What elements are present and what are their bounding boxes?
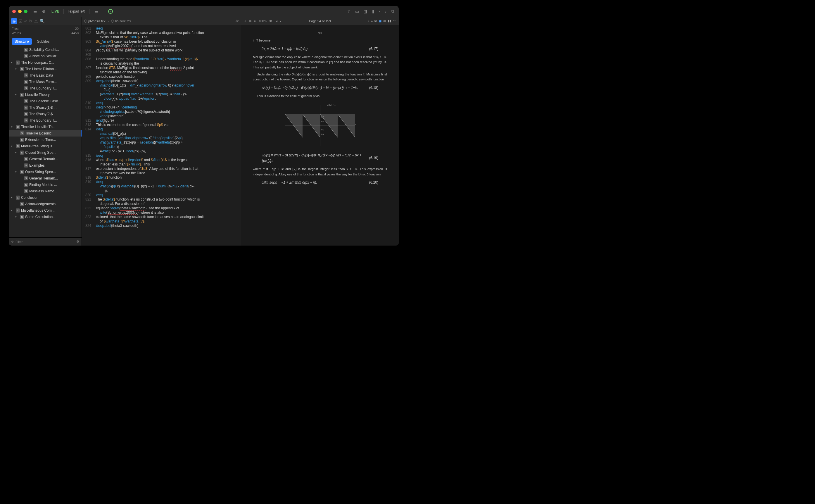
files-count: 20 — [75, 27, 79, 30]
presentation-icon[interactable]: ▭ — [383, 19, 386, 23]
equation-6.18: 𝒟₁(x) = lim(ε→0) (ε/2π) · ϑ′₁(z|τ)/ϑ₁(z|… — [262, 85, 378, 91]
zoom-light[interactable] — [24, 10, 27, 13]
sync-icon[interactable]: ▣ — [379, 19, 381, 23]
tree-label: The Bosonic Case — [29, 99, 58, 103]
tree-item[interactable]: ▾CThe Noncompact C... — [9, 59, 82, 66]
tree-item[interactable]: SThe Boundary T... — [9, 117, 82, 124]
layout-single-icon[interactable]: ▭ — [354, 8, 360, 15]
next-page-icon[interactable]: » — [371, 19, 373, 23]
section-badge: S — [24, 157, 28, 161]
tree-item[interactable]: ▾SOpen String Spec... — [9, 169, 82, 175]
files-label: Files — [12, 27, 18, 30]
caret-icon: ▾ — [15, 215, 19, 218]
share-icon[interactable]: ⇧ — [346, 8, 352, 15]
nav-back-icon[interactable]: ‹ — [378, 8, 382, 15]
math-snippet-icon[interactable]: √x — [235, 19, 239, 23]
tree-item[interactable]: ▾CModuli-free String B... — [9, 143, 82, 149]
zoom-in-icon[interactable]: ⊕ — [269, 19, 272, 23]
section-badge: S — [24, 183, 28, 187]
prev-icon[interactable]: ‹ — [280, 19, 281, 23]
traffic-lights — [12, 10, 27, 13]
tree-label: Closed String Spe... — [25, 151, 56, 155]
tree-item[interactable]: SA Note on Similar ... — [9, 53, 82, 59]
export-icon[interactable]: ⧉ — [374, 19, 377, 23]
prev-page-icon[interactable]: « — [276, 19, 278, 23]
caret-icon: ▾ — [11, 145, 15, 148]
tree-item[interactable]: SThe Mass Form... — [9, 79, 82, 85]
layout-split-icon[interactable]: ◨ — [362, 8, 369, 15]
gear-icon[interactable]: ⚙ — [41, 8, 47, 15]
engine-label[interactable]: TexpadTeX — [68, 9, 85, 13]
loop-icon[interactable]: ↻ — [29, 19, 32, 23]
pause-icon[interactable]: ▮▮ — [388, 19, 391, 23]
nav-forward-icon[interactable]: › — [384, 8, 388, 15]
tree-item[interactable]: ▾SThe Linear Dilaton... — [9, 66, 82, 72]
link-icon[interactable]: ∞ — [24, 19, 27, 23]
build-ok-icon[interactable]: ✓ — [108, 9, 113, 14]
tab-structure[interactable]: Structure — [12, 38, 32, 45]
section-badge: S — [20, 67, 24, 71]
live-indicator: LIVE — [51, 9, 59, 13]
tree-item[interactable]: SThe $\susy{2}$ ... — [9, 111, 82, 117]
warning-icon[interactable]: ⚠ — [34, 19, 38, 23]
sliders-icon[interactable]: ⚌ — [94, 8, 100, 15]
tree-item[interactable]: SThe Bosonic Case — [9, 98, 82, 104]
tree-item[interactable]: ▾CMiscellaneous Com... — [9, 207, 82, 214]
new-window-icon[interactable]: ⧉ — [390, 8, 395, 15]
more-icon[interactable]: ⋯ — [393, 19, 396, 23]
close-light[interactable] — [12, 10, 16, 13]
tree-label: A Note on Similar ... — [29, 54, 60, 58]
tab-subfiles[interactable]: Subfiles — [34, 38, 53, 45]
layout-preview-icon[interactable]: ▮ — [371, 8, 376, 15]
tree-item[interactable]: SThe Boundary T... — [9, 85, 82, 92]
tree-item[interactable]: SAcknowledgements — [9, 201, 82, 207]
minimize-light[interactable] — [18, 10, 22, 13]
tree-item[interactable]: SThe Basic Data — [9, 72, 82, 79]
section-badge: C — [16, 125, 20, 129]
equation-6.19: 𝒟ₚ(x) ≡ lim(ε→0) (ε/2π) · ϑ′₁(x|−q/p+iε)… — [262, 153, 378, 164]
tree-label: Timelike Liouville Th... — [21, 125, 56, 129]
tree-item[interactable]: ▾CTimelike Liouville Th... — [9, 124, 82, 130]
preview-body[interactable]: 90 in T become 2xⱼ = 2âⱼ/b = 1 − q/p − k… — [241, 25, 399, 246]
preview-text: in T become — [253, 38, 387, 43]
page-icon[interactable]: ▭ — [248, 19, 251, 23]
tree-label: Examples — [29, 163, 45, 168]
search-icon[interactable]: 🔍 — [40, 19, 45, 23]
grid-icon[interactable]: ⊞ — [244, 19, 246, 23]
next-icon[interactable]: › — [368, 19, 369, 23]
tree-item[interactable]: SSuitability Conditi... — [9, 46, 82, 53]
separator — [63, 9, 64, 14]
tree-item[interactable]: SFinding Models ... — [9, 182, 82, 188]
section-badge: S — [24, 106, 28, 110]
tree-label: The Boundary T... — [29, 118, 57, 122]
tree-item[interactable]: SThe $\susy{1}$ ... — [9, 104, 82, 111]
sidebar-toggle-icon[interactable]: ☰ — [32, 8, 38, 15]
sidebar: ◎ ☑ ∞ ↻ ⚠ 🔍 Files20 Words34458 Structure… — [9, 17, 82, 246]
sawtooth-figure: x −x+⌊x⌋+½ 0.4 0.2 -0.2 -0.4 — [282, 102, 358, 149]
tree-item[interactable]: ▾SLiouville Theory — [9, 92, 82, 98]
tree-item[interactable]: SExtension to Time... — [9, 137, 82, 143]
tab-file[interactable]: liouville.tex — [111, 19, 131, 23]
structure-tree[interactable]: SSuitability Conditi...SA Note on Simila… — [9, 46, 82, 237]
check-icon[interactable]: ☑ — [19, 19, 23, 23]
tree-label: The Basic Data — [29, 73, 53, 77]
sidebar-info: Files20 Words34458 — [9, 25, 82, 37]
tab-root[interactable]: jd-thesis.tex — [84, 19, 106, 23]
separator — [104, 9, 104, 14]
filter-input[interactable] — [15, 240, 75, 244]
tree-item[interactable]: ▾SClosed String Spe... — [9, 149, 82, 156]
tree-item[interactable]: SMassless Ramo... — [9, 188, 82, 194]
code-text[interactable]: \eeqMcElgin claims that the only case wh… — [94, 25, 241, 246]
gear-icon[interactable]: ⚙ — [76, 240, 79, 244]
tree-label: The $\susy{2}$ ... — [29, 112, 56, 116]
tree-item[interactable]: STimelike Bosonic... — [9, 130, 82, 137]
tree-item[interactable]: SGeneral Remark... — [9, 175, 82, 182]
editor-body[interactable]: 8018028038048058068078088098108118128138… — [82, 25, 241, 246]
tree-item[interactable]: SExamples — [9, 162, 82, 169]
tree-label: The Linear Dilaton... — [25, 67, 57, 71]
tree-item[interactable]: SGeneral Remark... — [9, 156, 82, 162]
tree-item[interactable]: ▾CConclusion — [9, 194, 82, 201]
outline-mode-icon[interactable]: ◎ — [11, 18, 17, 24]
zoom-out-icon[interactable]: ⊖ — [254, 19, 256, 23]
tree-item[interactable]: ▾SSome Calculation... — [9, 214, 82, 220]
